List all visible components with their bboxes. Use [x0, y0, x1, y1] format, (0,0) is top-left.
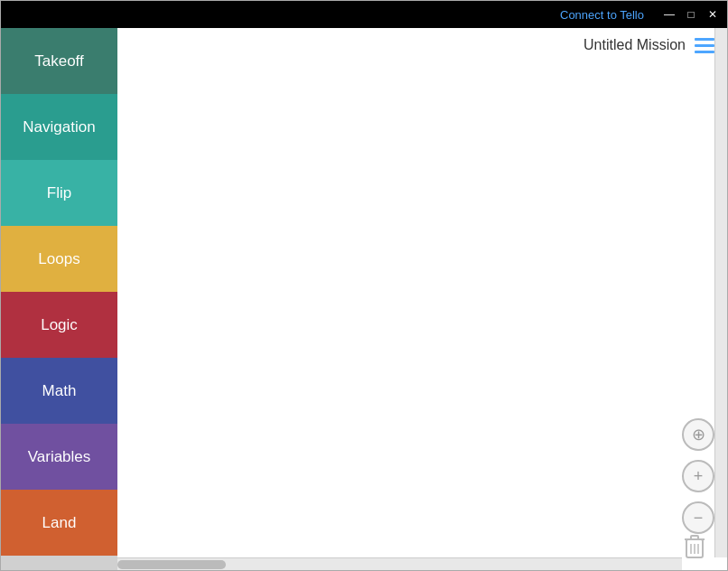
horizontal-scrollbar-thumb[interactable]: [117, 560, 226, 569]
close-button[interactable]: ✕: [705, 7, 720, 22]
trash-button[interactable]: [678, 530, 711, 563]
connect-to-tello-button[interactable]: Connect to Tello: [560, 8, 644, 22]
svg-rect-2: [691, 536, 698, 539]
app-wrapper: TakeoffNavigationFlipLoopsLogicMathVaria…: [1, 28, 727, 570]
horizontal-scrollbar[interactable]: [117, 557, 682, 570]
menu-line-1: [695, 38, 714, 41]
mission-header: Untitled Mission: [583, 37, 714, 53]
content-area: TakeoffNavigationFlipLoopsLogicMathVaria…: [1, 28, 727, 570]
menu-line-2: [695, 44, 714, 47]
sidebar-item-land[interactable]: Land: [1, 490, 117, 556]
zoom-out-button[interactable]: −: [682, 501, 714, 534]
mission-menu-icon[interactable]: [695, 38, 714, 53]
title-bar-battery: Battery: -: [8, 6, 67, 23]
sidebar-item-flip[interactable]: Flip: [1, 160, 117, 226]
target-button[interactable]: ⊕: [682, 418, 714, 451]
sidebar: TakeoffNavigationFlipLoopsLogicMathVaria…: [1, 28, 117, 570]
mission-title: Untitled Mission: [583, 37, 686, 53]
main-canvas: Untitled Mission ⊕ + −: [117, 28, 727, 570]
sidebar-item-navigation[interactable]: Navigation: [1, 94, 117, 160]
title-bar: Battery: - Connect to Tello — □ ✕: [1, 1, 727, 28]
sidebar-item-variables[interactable]: Variables: [1, 424, 117, 490]
vertical-scrollbar[interactable]: [714, 28, 727, 557]
sidebar-item-math[interactable]: Math: [1, 358, 117, 424]
minimize-button[interactable]: —: [662, 7, 677, 22]
sidebar-item-loops[interactable]: Loops: [1, 226, 117, 292]
menu-line-3: [695, 51, 714, 53]
sidebar-item-takeoff[interactable]: Takeoff: [1, 28, 117, 94]
zoom-in-button[interactable]: +: [682, 460, 714, 492]
maximize-button[interactable]: □: [684, 7, 698, 22]
tool-buttons: ⊕ + −: [682, 418, 714, 534]
sidebar-item-logic[interactable]: Logic: [1, 292, 117, 358]
